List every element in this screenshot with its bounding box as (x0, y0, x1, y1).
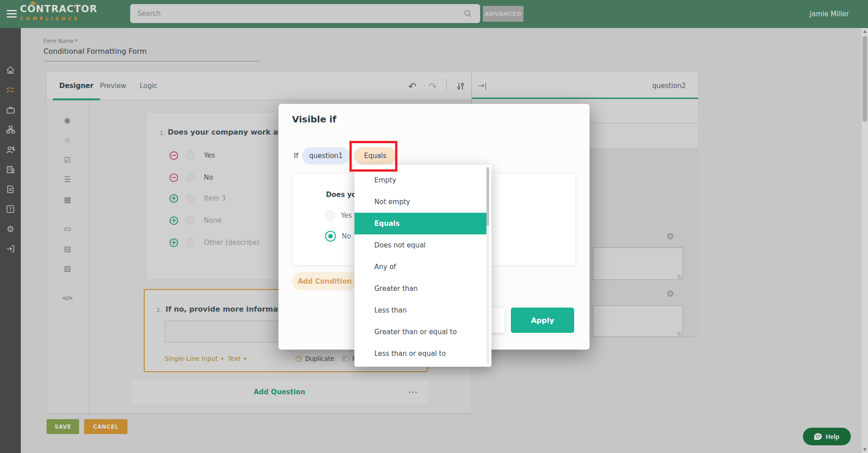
dropdown-item-not-empty[interactable]: Not empty (354, 191, 488, 213)
dropdown-item-greater-or-equal[interactable]: Greater than or equal to (354, 321, 488, 343)
apply-button[interactable]: Apply (511, 308, 574, 333)
operator-dropdown: Empty Not empty Equals Does not equal An… (354, 165, 491, 367)
dropdown-scrollbar-thumb[interactable] (486, 167, 489, 226)
dropdown-item-any-of[interactable]: Any of (354, 256, 488, 278)
red-highlight-box (349, 141, 397, 172)
dropdown-item-equals[interactable]: Equals (354, 213, 488, 234)
condition-field-pill[interactable]: question1 (302, 147, 350, 164)
if-label: If (294, 152, 298, 160)
scroll-down-icon[interactable]: ▼ (862, 447, 868, 452)
radio-label: No (342, 232, 351, 240)
preview-option-row: No (325, 231, 351, 242)
dropdown-item-empty[interactable]: Empty (354, 169, 488, 191)
dropdown-item-less-than[interactable]: Less than (354, 299, 488, 321)
modal-title: Visible if (292, 114, 336, 125)
dropdown-item-less-or-equal[interactable]: Less than or equal to (354, 343, 488, 364)
radio-selected[interactable] (325, 231, 336, 242)
scroll-up-icon[interactable]: ▲ (862, 29, 868, 33)
app-window: CONTRACTOR ✓ COMPLIANCE ADVANCED Jamie M… (0, 0, 868, 453)
radio-unselected[interactable] (325, 210, 335, 220)
add-condition-button[interactable]: Add Condition (292, 272, 358, 290)
preview-option-row: Yes (325, 210, 352, 220)
page-scrollbar-thumb[interactable] (863, 36, 867, 122)
radio-label: Yes (341, 211, 352, 219)
dropdown-item-does-not-equal[interactable]: Does not equal (354, 234, 488, 256)
dropdown-item-greater-than[interactable]: Greater than (354, 278, 488, 299)
